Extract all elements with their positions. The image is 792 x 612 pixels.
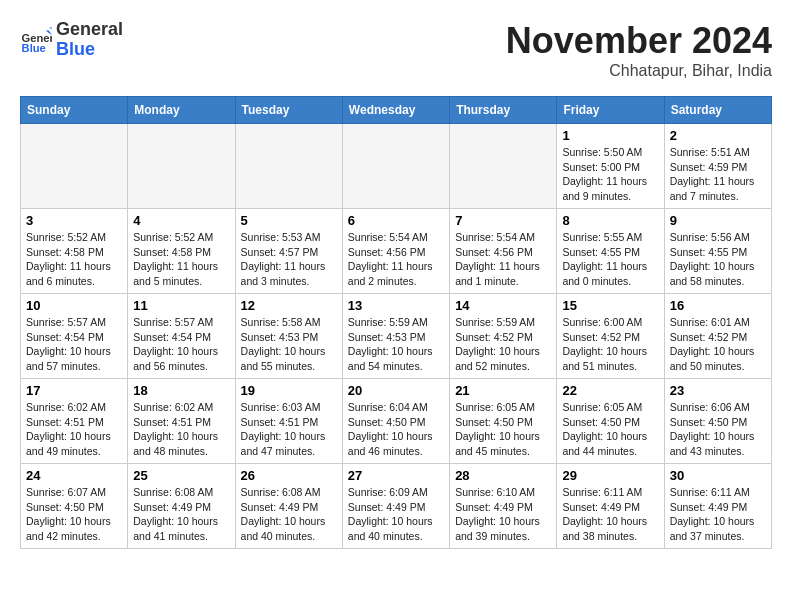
day-number: 23 [670,383,766,398]
day-info: Sunrise: 5:59 AM Sunset: 4:52 PM Dayligh… [455,315,551,374]
day-number: 28 [455,468,551,483]
day-info: Sunrise: 6:00 AM Sunset: 4:52 PM Dayligh… [562,315,658,374]
day-number: 7 [455,213,551,228]
day-number: 5 [241,213,337,228]
day-number: 8 [562,213,658,228]
page-header: General Blue General Blue November 2024 … [20,20,772,80]
day-info: Sunrise: 6:05 AM Sunset: 4:50 PM Dayligh… [455,400,551,459]
day-info: Sunrise: 5:54 AM Sunset: 4:56 PM Dayligh… [455,230,551,289]
day-info: Sunrise: 6:11 AM Sunset: 4:49 PM Dayligh… [562,485,658,544]
logo-icon: General Blue [20,24,52,56]
calendar-cell [235,124,342,209]
calendar-cell: 29Sunrise: 6:11 AM Sunset: 4:49 PM Dayli… [557,464,664,549]
day-number: 19 [241,383,337,398]
calendar-cell: 12Sunrise: 5:58 AM Sunset: 4:53 PM Dayli… [235,294,342,379]
day-number: 1 [562,128,658,143]
calendar-cell: 24Sunrise: 6:07 AM Sunset: 4:50 PM Dayli… [21,464,128,549]
day-number: 6 [348,213,444,228]
day-info: Sunrise: 5:56 AM Sunset: 4:55 PM Dayligh… [670,230,766,289]
calendar-cell: 2Sunrise: 5:51 AM Sunset: 4:59 PM Daylig… [664,124,771,209]
day-number: 11 [133,298,229,313]
day-info: Sunrise: 5:57 AM Sunset: 4:54 PM Dayligh… [133,315,229,374]
day-number: 25 [133,468,229,483]
weekday-header-row: SundayMondayTuesdayWednesdayThursdayFrid… [21,97,772,124]
day-number: 27 [348,468,444,483]
calendar-cell: 11Sunrise: 5:57 AM Sunset: 4:54 PM Dayli… [128,294,235,379]
calendar-cell: 10Sunrise: 5:57 AM Sunset: 4:54 PM Dayli… [21,294,128,379]
calendar-cell: 1Sunrise: 5:50 AM Sunset: 5:00 PM Daylig… [557,124,664,209]
calendar-cell: 26Sunrise: 6:08 AM Sunset: 4:49 PM Dayli… [235,464,342,549]
calendar-cell [128,124,235,209]
calendar-cell: 14Sunrise: 5:59 AM Sunset: 4:52 PM Dayli… [450,294,557,379]
day-info: Sunrise: 6:08 AM Sunset: 4:49 PM Dayligh… [133,485,229,544]
calendar-cell: 20Sunrise: 6:04 AM Sunset: 4:50 PM Dayli… [342,379,449,464]
day-number: 29 [562,468,658,483]
day-info: Sunrise: 6:09 AM Sunset: 4:49 PM Dayligh… [348,485,444,544]
day-number: 9 [670,213,766,228]
day-number: 20 [348,383,444,398]
calendar-cell [21,124,128,209]
calendar-cell: 8Sunrise: 5:55 AM Sunset: 4:55 PM Daylig… [557,209,664,294]
weekday-header: Tuesday [235,97,342,124]
day-info: Sunrise: 6:06 AM Sunset: 4:50 PM Dayligh… [670,400,766,459]
day-number: 4 [133,213,229,228]
day-info: Sunrise: 5:50 AM Sunset: 5:00 PM Dayligh… [562,145,658,204]
weekday-header: Sunday [21,97,128,124]
day-number: 21 [455,383,551,398]
calendar-cell: 25Sunrise: 6:08 AM Sunset: 4:49 PM Dayli… [128,464,235,549]
day-info: Sunrise: 6:02 AM Sunset: 4:51 PM Dayligh… [133,400,229,459]
day-info: Sunrise: 6:11 AM Sunset: 4:49 PM Dayligh… [670,485,766,544]
logo: General Blue General Blue [20,20,123,60]
calendar-cell: 21Sunrise: 6:05 AM Sunset: 4:50 PM Dayli… [450,379,557,464]
calendar-cell: 7Sunrise: 5:54 AM Sunset: 4:56 PM Daylig… [450,209,557,294]
calendar-cell: 6Sunrise: 5:54 AM Sunset: 4:56 PM Daylig… [342,209,449,294]
day-info: Sunrise: 6:01 AM Sunset: 4:52 PM Dayligh… [670,315,766,374]
calendar-cell: 9Sunrise: 5:56 AM Sunset: 4:55 PM Daylig… [664,209,771,294]
weekday-header: Thursday [450,97,557,124]
weekday-header: Wednesday [342,97,449,124]
day-info: Sunrise: 5:54 AM Sunset: 4:56 PM Dayligh… [348,230,444,289]
logo-blue-text: Blue [56,40,123,60]
day-info: Sunrise: 5:59 AM Sunset: 4:53 PM Dayligh… [348,315,444,374]
calendar-cell: 22Sunrise: 6:05 AM Sunset: 4:50 PM Dayli… [557,379,664,464]
day-number: 13 [348,298,444,313]
day-info: Sunrise: 5:55 AM Sunset: 4:55 PM Dayligh… [562,230,658,289]
month-title: November 2024 [506,20,772,62]
day-number: 16 [670,298,766,313]
day-info: Sunrise: 5:58 AM Sunset: 4:53 PM Dayligh… [241,315,337,374]
day-info: Sunrise: 5:53 AM Sunset: 4:57 PM Dayligh… [241,230,337,289]
day-number: 30 [670,468,766,483]
day-number: 17 [26,383,122,398]
day-info: Sunrise: 6:04 AM Sunset: 4:50 PM Dayligh… [348,400,444,459]
day-number: 22 [562,383,658,398]
logo-general-text: General [56,20,123,40]
title-block: November 2024 Chhatapur, Bihar, India [506,20,772,80]
calendar-cell: 3Sunrise: 5:52 AM Sunset: 4:58 PM Daylig… [21,209,128,294]
week-row: 1Sunrise: 5:50 AM Sunset: 5:00 PM Daylig… [21,124,772,209]
day-number: 24 [26,468,122,483]
location-text: Chhatapur, Bihar, India [506,62,772,80]
calendar-cell: 17Sunrise: 6:02 AM Sunset: 4:51 PM Dayli… [21,379,128,464]
day-info: Sunrise: 6:05 AM Sunset: 4:50 PM Dayligh… [562,400,658,459]
calendar-cell [450,124,557,209]
week-row: 24Sunrise: 6:07 AM Sunset: 4:50 PM Dayli… [21,464,772,549]
day-info: Sunrise: 5:52 AM Sunset: 4:58 PM Dayligh… [26,230,122,289]
day-number: 18 [133,383,229,398]
week-row: 10Sunrise: 5:57 AM Sunset: 4:54 PM Dayli… [21,294,772,379]
calendar-cell: 5Sunrise: 5:53 AM Sunset: 4:57 PM Daylig… [235,209,342,294]
day-info: Sunrise: 5:57 AM Sunset: 4:54 PM Dayligh… [26,315,122,374]
calendar-table: SundayMondayTuesdayWednesdayThursdayFrid… [20,96,772,549]
day-number: 14 [455,298,551,313]
calendar-cell: 27Sunrise: 6:09 AM Sunset: 4:49 PM Dayli… [342,464,449,549]
day-info: Sunrise: 5:51 AM Sunset: 4:59 PM Dayligh… [670,145,766,204]
day-number: 12 [241,298,337,313]
day-info: Sunrise: 6:02 AM Sunset: 4:51 PM Dayligh… [26,400,122,459]
day-info: Sunrise: 6:10 AM Sunset: 4:49 PM Dayligh… [455,485,551,544]
calendar-cell: 19Sunrise: 6:03 AM Sunset: 4:51 PM Dayli… [235,379,342,464]
day-info: Sunrise: 6:08 AM Sunset: 4:49 PM Dayligh… [241,485,337,544]
calendar-cell [342,124,449,209]
calendar-cell: 18Sunrise: 6:02 AM Sunset: 4:51 PM Dayli… [128,379,235,464]
week-row: 3Sunrise: 5:52 AM Sunset: 4:58 PM Daylig… [21,209,772,294]
day-info: Sunrise: 6:07 AM Sunset: 4:50 PM Dayligh… [26,485,122,544]
calendar-cell: 16Sunrise: 6:01 AM Sunset: 4:52 PM Dayli… [664,294,771,379]
